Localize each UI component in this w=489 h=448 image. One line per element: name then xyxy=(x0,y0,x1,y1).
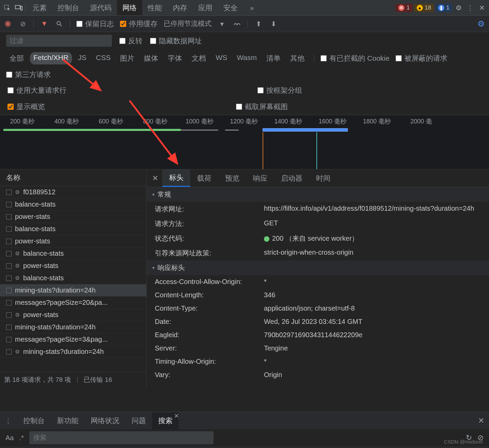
tab-安全[interactable]: 安全 xyxy=(218,0,243,15)
request-row[interactable]: ⚙f01889512 xyxy=(0,186,146,198)
row-checkbox[interactable] xyxy=(6,349,12,355)
filter-input[interactable] xyxy=(6,35,112,47)
request-row[interactable]: ⚙power-stats xyxy=(0,309,146,321)
row-checkbox[interactable] xyxy=(6,288,12,293)
filter-icon[interactable]: ▼ xyxy=(40,19,49,28)
row-checkbox[interactable] xyxy=(6,300,12,305)
request-row[interactable]: power-stats xyxy=(0,235,146,248)
request-row[interactable]: mining-stats?duration=24h xyxy=(0,321,146,333)
row-checkbox[interactable] xyxy=(6,337,12,342)
search-icon[interactable] xyxy=(55,19,64,28)
type-pill-css[interactable]: CSS xyxy=(92,52,114,64)
throttle-select[interactable]: 已停用节流模式 xyxy=(164,19,211,28)
tab-内存[interactable]: 内存 xyxy=(167,0,193,15)
regex-toggle[interactable]: .* xyxy=(19,434,24,442)
row-checkbox[interactable] xyxy=(6,325,12,330)
disable-cache-checkbox[interactable]: 停用缓存 xyxy=(120,19,158,29)
tab-网络[interactable]: 网络 xyxy=(117,0,142,15)
detail-tab-标头[interactable]: 标头 xyxy=(162,169,190,187)
show-overview-checkbox[interactable]: 显示概览 xyxy=(8,102,45,111)
inspect-icon[interactable] xyxy=(2,3,12,13)
type-pill-媒体[interactable]: 媒体 xyxy=(140,52,162,64)
type-pill-字体[interactable]: 字体 xyxy=(164,52,186,64)
request-row[interactable]: mining-stats?duration=24h xyxy=(0,284,146,297)
preserve-log-checkbox[interactable]: 保留日志 xyxy=(76,19,114,29)
request-row[interactable]: ⚙mining-stats?duration=24h xyxy=(0,346,146,358)
request-row[interactable]: ⚙balance-stats xyxy=(0,248,146,260)
row-checkbox[interactable] xyxy=(6,239,12,244)
blocked-cookies-checkbox[interactable]: 有已拦截的 Cookie xyxy=(321,54,389,63)
blocked-requests-checkbox[interactable]: 被屏蔽的请求 xyxy=(396,54,447,63)
type-pill-fetch/xhr[interactable]: Fetch/XHR xyxy=(30,52,72,64)
request-row[interactable]: power-stats xyxy=(0,211,146,223)
close-drawer-icon[interactable]: ✕ xyxy=(478,416,484,425)
row-checkbox[interactable] xyxy=(6,263,12,269)
row-checkbox[interactable] xyxy=(6,202,12,207)
tab-应用[interactable]: 应用 xyxy=(193,0,218,15)
large-rows-checkbox[interactable]: 使用大量请求行 xyxy=(8,86,66,95)
type-pill-js[interactable]: JS xyxy=(75,52,90,64)
row-checkbox[interactable] xyxy=(6,251,12,256)
row-checkbox[interactable] xyxy=(6,190,12,195)
type-pill-其他[interactable]: 其他 xyxy=(287,52,308,64)
hide-data-urls-checkbox[interactable]: 隐藏数据网址 xyxy=(150,36,202,46)
network-conditions-icon[interactable] xyxy=(233,19,241,28)
type-pill-图片[interactable]: 图片 xyxy=(117,52,138,64)
type-pill-清单[interactable]: 清单 xyxy=(263,52,284,64)
import-icon[interactable]: ⬆ xyxy=(254,19,263,28)
invert-checkbox[interactable]: 反转 xyxy=(119,36,143,46)
tab-性能[interactable]: 性能 xyxy=(142,0,167,15)
tab-源代码[interactable]: 源代码 xyxy=(85,0,117,15)
request-row[interactable]: balance-stats xyxy=(0,223,146,235)
request-row[interactable]: messages?pageSize=20&pa... xyxy=(0,297,146,309)
request-row[interactable]: ⚙power-stats xyxy=(0,260,146,272)
type-pill-全部[interactable]: 全部 xyxy=(6,52,27,64)
chevron-down-icon[interactable]: ▾ xyxy=(218,19,226,28)
gear-icon[interactable]: ⚙ xyxy=(477,19,486,28)
error-badge[interactable]: ✕1 xyxy=(396,4,412,12)
response-headers-section[interactable]: 响应标头 xyxy=(147,260,489,275)
request-row[interactable]: ⚙balance-stats xyxy=(0,272,146,284)
match-case-toggle[interactable]: Aa xyxy=(5,434,14,442)
kebab-icon[interactable]: ⋮ xyxy=(465,3,475,13)
clear-button[interactable]: ⊘ xyxy=(18,19,27,28)
detail-tab-响应[interactable]: 响应 xyxy=(246,169,274,187)
drawer-tab-问题[interactable]: 问题 xyxy=(125,412,152,429)
export-icon[interactable]: ⬇ xyxy=(269,19,278,28)
device-icon[interactable] xyxy=(14,3,24,13)
close-tab-icon[interactable]: ✕ xyxy=(174,412,179,429)
type-pill-ws[interactable]: WS xyxy=(212,52,231,64)
drawer-tab-控制台[interactable]: 控制台 xyxy=(17,412,51,429)
general-section[interactable]: 常规 xyxy=(147,187,489,202)
detail-tab-载荷[interactable]: 载荷 xyxy=(190,169,218,187)
row-checkbox[interactable] xyxy=(6,214,12,220)
warning-badge[interactable]: ▲18 xyxy=(414,4,434,12)
tab-元素[interactable]: 元素 xyxy=(27,0,52,15)
search-input[interactable] xyxy=(29,431,213,444)
group-by-frame-checkbox[interactable]: 按框架分组 xyxy=(257,86,302,95)
request-row[interactable]: balance-stats xyxy=(0,198,146,211)
type-pill-文档[interactable]: 文档 xyxy=(188,52,209,64)
drawer-tab-网络状况[interactable]: 网络状况 xyxy=(85,412,125,429)
row-checkbox[interactable] xyxy=(6,226,12,232)
drawer-tab-新功能[interactable]: 新功能 xyxy=(51,412,85,429)
more-tabs[interactable]: » xyxy=(244,0,260,15)
record-button[interactable] xyxy=(3,19,12,28)
type-pill-wasm[interactable]: Wasm xyxy=(233,52,260,64)
row-checkbox[interactable] xyxy=(6,312,12,318)
drawer-kebab-icon[interactable]: ⋮ xyxy=(5,417,14,425)
info-badge[interactable]: ❚1 xyxy=(435,4,452,12)
close-icon[interactable]: ✕ xyxy=(477,3,487,13)
row-checkbox[interactable] xyxy=(6,275,12,281)
close-details-icon[interactable]: ✕ xyxy=(150,174,160,183)
request-row[interactable]: messages?pageSize=3&pag... xyxy=(0,333,146,346)
detail-tab-时间[interactable]: 时间 xyxy=(309,169,337,187)
third-party-checkbox[interactable]: 第三方请求 xyxy=(6,70,51,79)
settings-icon[interactable]: ⚙ xyxy=(454,3,464,13)
capture-screenshots-checkbox[interactable]: 截取屏幕截图 xyxy=(236,102,288,111)
tab-控制台[interactable]: 控制台 xyxy=(52,0,85,15)
detail-tab-启动器[interactable]: 启动器 xyxy=(274,169,309,187)
request-list-header[interactable]: 名称 xyxy=(0,169,146,186)
detail-tab-预览[interactable]: 预览 xyxy=(218,169,246,187)
timeline-overview[interactable]: 200 毫秒400 毫秒600 毫秒800 毫秒1000 毫秒1200 毫秒14… xyxy=(0,115,489,169)
